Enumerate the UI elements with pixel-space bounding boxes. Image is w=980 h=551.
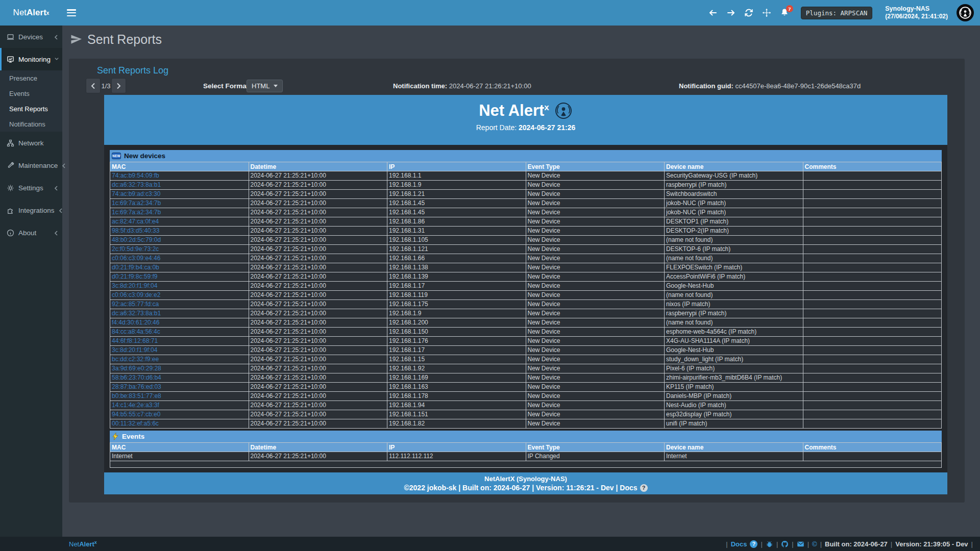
- mac-link[interactable]: c0:06:c3:09:de:e2: [112, 291, 160, 298]
- sidebar-item-sent-reports[interactable]: Sent Reports: [0, 101, 62, 116]
- column-header: IP: [387, 162, 526, 171]
- next-page-button[interactable]: [111, 78, 126, 93]
- mac-link[interactable]: d0:21:f9:8c:59:f9: [112, 273, 157, 280]
- sidebar-item-devices[interactable]: Devices: [0, 26, 62, 48]
- sidebar-item-network[interactable]: Network: [0, 132, 62, 154]
- cell: DESKTOP-2(IP match): [665, 227, 803, 236]
- sidebar-toggle-icon[interactable]: [67, 9, 76, 16]
- docs-link[interactable]: Docs: [731, 540, 747, 548]
- github-icon[interactable]: [781, 540, 789, 548]
- sidebar-item-presence[interactable]: Presence: [0, 70, 62, 86]
- mac-link[interactable]: bc:dd:c2:32:f9:ee: [112, 356, 159, 363]
- email-icon[interactable]: [797, 540, 804, 548]
- copyright-symbol[interactable]: ©: [812, 540, 817, 548]
- footer-brand-sup: x: [94, 540, 97, 545]
- pagination-label: 1/3: [100, 82, 112, 90]
- column-header: MAC: [110, 162, 249, 171]
- cell: Internet: [665, 452, 803, 461]
- mac-link[interactable]: 2c:f0:5d:9e:73:2c: [112, 245, 159, 253]
- mac-link[interactable]: 3c:8d:20:f1:9f:04: [112, 346, 157, 354]
- mac-link[interactable]: 74:ac:b9:54:09:fb: [112, 172, 159, 179]
- refresh-icon[interactable]: [744, 8, 753, 17]
- mac-link[interactable]: 94:b5:55:c7:cb:e0: [112, 411, 160, 418]
- mac-link[interactable]: f4:4d:30:61:20:46: [112, 319, 159, 326]
- sidebar-item-notifications[interactable]: Notifications: [0, 116, 62, 132]
- plugins-status-badge[interactable]: Plugins: ARPSCAN: [801, 7, 872, 19]
- report-date: Report Date: 2024-06-27 21:26: [104, 123, 947, 132]
- mac-link[interactable]: 00:11:32:ef:a5:6c: [112, 420, 159, 427]
- cell: 2024-06-27 21:25:21+10:00: [249, 346, 387, 355]
- sent-reports-log-link[interactable]: Sent Reports Log: [97, 65, 168, 76]
- docs-help-icon[interactable]: ?: [750, 540, 757, 548]
- separator: |: [820, 540, 822, 548]
- notifications-bell-icon[interactable]: 7: [780, 8, 789, 18]
- mac-link[interactable]: 14:c1:4e:2e:a3:3f: [112, 402, 159, 409]
- mac-link[interactable]: 74:ac:b9:ad:c3:30: [112, 190, 160, 197]
- sidebar-item-label: Integrations: [18, 207, 55, 214]
- puzzle-icon: [7, 207, 14, 214]
- table-row: 00:11:32:ef:a5:6c2024-06-27 21:25:21+10:…: [110, 419, 942, 429]
- mac-link[interactable]: 48:b0:2d:5c:79:0d: [112, 236, 161, 243]
- cell: 2024-06-27 21:25:21+10:00: [249, 282, 387, 291]
- mac-link[interactable]: 1c:69:7a:a2:34:7b: [112, 209, 161, 216]
- user-avatar[interactable]: [957, 4, 974, 21]
- column-header: Device name: [665, 443, 803, 452]
- mac-link[interactable]: dc:a6:32:73:8a:b1: [112, 310, 161, 317]
- notification-guid-label: Notification guid:: [679, 82, 733, 90]
- table-row: dc:a6:32:73:8a:b12024-06-27 21:25:21+10:…: [110, 181, 942, 190]
- cell: 192.168.1.17: [387, 282, 526, 291]
- events-section-header: Events: [110, 431, 942, 442]
- sidebar-item-monitoring[interactable]: Monitoring: [0, 48, 62, 70]
- mac-link[interactable]: 3a:9d:69:e0:29:28: [112, 365, 161, 372]
- mac-link[interactable]: 1c:69:7a:a2:34:7b: [112, 199, 161, 207]
- table-row: 3c:8d:20:f1:9f:042024-06-27 21:25:21+10:…: [110, 282, 942, 291]
- app-logo[interactable]: NetAlertx: [0, 0, 62, 26]
- notification-time-label: Notification time:: [393, 82, 447, 90]
- mac-link[interactable]: 84:cc:a8:4a:56:4c: [112, 328, 160, 335]
- cell: New Device: [526, 419, 665, 429]
- cell: 2024-06-27 21:25:21+10:00: [249, 401, 387, 410]
- sidebar-item-maintenance[interactable]: Maintenance: [0, 154, 62, 177]
- mac-link[interactable]: 44:6f:f8:12:68:71: [112, 337, 158, 344]
- move-icon[interactable]: [762, 8, 771, 17]
- sidebar-item-about[interactable]: About: [0, 221, 62, 244]
- mac-link[interactable]: 3c:8d:20:f1:9f:04: [112, 282, 157, 289]
- mac-link[interactable]: d0:21:f9:b4:ca:0b: [112, 264, 159, 271]
- column-header: Comments: [803, 162, 942, 171]
- cell: 192.168.1.9: [387, 309, 526, 318]
- help-question-icon[interactable]: ?: [640, 484, 648, 492]
- sidebar-item-events[interactable]: Events: [0, 86, 62, 101]
- column-header: Datetime: [249, 162, 387, 171]
- footer-brand-link[interactable]: NetAlertx: [69, 540, 97, 548]
- cell: New Device: [526, 181, 665, 190]
- cell: 2024-06-27 21:25:21+10:00: [249, 263, 387, 272]
- mac-link[interactable]: 92:ac:85:77:fd:ca: [112, 300, 159, 308]
- cell: raspberrypi (IP match): [665, 309, 803, 318]
- mac-link[interactable]: c0:06:c3:09:e4:46: [112, 255, 160, 262]
- table-row: c0:06:c3:09:e4:462024-06-27 21:25:21+10:…: [110, 254, 942, 263]
- forward-arrow-icon[interactable]: [726, 8, 736, 17]
- mac-link[interactable]: ac:82:47:ca:0f:e4: [112, 218, 159, 225]
- sidebar-item-label: Monitoring: [18, 56, 51, 63]
- bug-report-icon[interactable]: [766, 540, 773, 548]
- mac-link[interactable]: 98:5f:d3:d5:40:33: [112, 227, 159, 234]
- back-arrow-icon[interactable]: [708, 8, 718, 17]
- cell: [803, 401, 942, 410]
- mac-link[interactable]: 58:b6:23:70:d6:b4: [112, 374, 161, 381]
- cell: 1c:69:7a:a2:34:7b: [110, 199, 249, 208]
- cell: c0:06:c3:09:de:e2: [110, 291, 249, 300]
- format-select[interactable]: HTML: [247, 80, 283, 92]
- cell: f4:4d:30:61:20:46: [110, 318, 249, 328]
- sidebar-item-settings[interactable]: Settings: [0, 177, 62, 199]
- previous-page-button[interactable]: [86, 78, 101, 93]
- mac-link[interactable]: b0:be:83:51:77:e8: [112, 392, 161, 399]
- mac-link[interactable]: dc:a6:32:73:8a:b1: [112, 181, 161, 188]
- mac-link[interactable]: 28:87:ba:76:ed:03: [112, 383, 161, 390]
- table-row: 74:ac:b9:54:09:fb2024-06-27 21:25:21+10:…: [110, 171, 942, 181]
- cell: New Device: [526, 282, 665, 291]
- cell: 2024-06-27 21:25:21+10:00: [249, 452, 387, 461]
- cell: 74:ac:b9:54:09:fb: [110, 171, 249, 181]
- submenu-label: Events: [9, 90, 30, 97]
- sidebar-item-integrations[interactable]: Integrations: [0, 199, 62, 221]
- report-footer-title: NetAlertX (Synology-NAS): [104, 472, 947, 483]
